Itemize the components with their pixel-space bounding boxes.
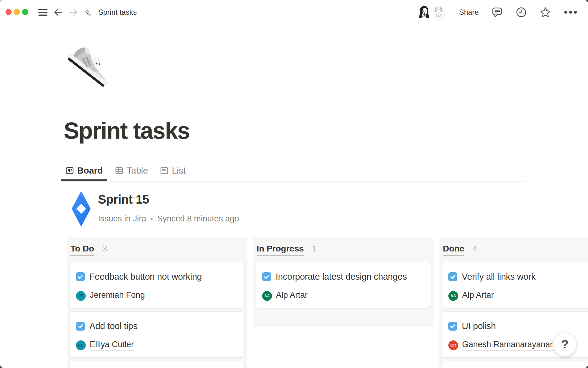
tab-table[interactable]: Table bbox=[111, 164, 152, 181]
task-checkbox[interactable] bbox=[448, 322, 457, 331]
task-title-row: Verify all links work bbox=[448, 270, 588, 284]
collaborator-avatars[interactable] bbox=[417, 4, 446, 21]
assignee-avatar: JF bbox=[76, 291, 86, 301]
back-arrow-icon bbox=[54, 8, 63, 17]
assignee-avatar: GR bbox=[448, 340, 458, 350]
task-title: Feedback button not working bbox=[89, 272, 202, 282]
close-button[interactable] bbox=[6, 9, 12, 15]
task-title-row: UI polish bbox=[448, 319, 588, 333]
help-button[interactable]: ? bbox=[553, 333, 577, 356]
assignee-name[interactable]: Alp Artar bbox=[462, 290, 494, 301]
assignee-name[interactable]: Alp Artar bbox=[276, 290, 308, 301]
list-view-icon bbox=[160, 167, 168, 175]
star-icon bbox=[540, 7, 551, 18]
task-title: Verify all links work bbox=[462, 272, 536, 282]
task-card[interactable]: Verify all links work AA Alp Artar bbox=[442, 262, 588, 308]
task-title: UI polish bbox=[462, 321, 496, 331]
back-button[interactable] bbox=[54, 8, 63, 17]
traffic-lights bbox=[6, 9, 28, 15]
page-title: Sprint tasks bbox=[64, 117, 190, 144]
task-card[interactable]: Add tool tips EC Elliya Cutler bbox=[70, 311, 245, 358]
tab-table-label: Table bbox=[127, 166, 148, 176]
sneaker-icon-small bbox=[84, 7, 94, 17]
avatar-collaborator-1 bbox=[417, 4, 433, 20]
task-card-partial[interactable] bbox=[70, 361, 245, 368]
favorite-button[interactable] bbox=[540, 7, 551, 18]
column-count: 4 bbox=[473, 244, 477, 254]
nav-cluster: Sprint tasks bbox=[38, 0, 137, 25]
page-icon-sneaker[interactable] bbox=[65, 36, 121, 91]
comments-button[interactable] bbox=[492, 7, 503, 18]
task-title-row: Add tool tips bbox=[76, 319, 238, 333]
sneaker-icon-large bbox=[65, 36, 121, 91]
collection-title[interactable]: Sprint 15 bbox=[98, 193, 149, 206]
task-checkbox[interactable] bbox=[448, 272, 457, 281]
person-sketch-icon bbox=[432, 6, 446, 20]
assignee-name[interactable]: Elliya Cutler bbox=[90, 340, 134, 351]
toolbar-right: Share bbox=[417, 0, 577, 25]
toolbar: Sprint tasks bbox=[0, 0, 588, 25]
assignee-name[interactable]: Jeremiah Fong bbox=[90, 290, 145, 301]
view-tabs: Board Table List bbox=[61, 164, 190, 181]
collection-synced: Synced 8 minutes ago bbox=[157, 214, 239, 224]
breadcrumb-page-icon bbox=[84, 7, 94, 17]
meta-separator: • bbox=[151, 215, 153, 223]
tab-board[interactable]: Board bbox=[61, 164, 107, 181]
avatar-collaborator-2 bbox=[432, 6, 446, 20]
task-assignee: AA Alp Artar bbox=[262, 290, 424, 301]
ellipsis-icon bbox=[564, 11, 577, 14]
breadcrumb[interactable]: Sprint tasks bbox=[98, 8, 137, 17]
task-card[interactable]: Feedback button not working JF Jeremiah … bbox=[70, 262, 245, 308]
clock-icon bbox=[516, 7, 527, 18]
task-title: Incorporate latest design changes bbox=[276, 272, 407, 282]
table-view-icon bbox=[115, 167, 123, 175]
kanban-board: To Do 3 Feedback button not working JF J… bbox=[67, 237, 588, 368]
board-view-icon bbox=[66, 167, 74, 175]
tab-board-label: Board bbox=[77, 166, 103, 176]
task-assignee: EC Elliya Cutler bbox=[76, 340, 238, 351]
tabs-divider bbox=[61, 181, 524, 182]
jira-logo-icon bbox=[71, 191, 91, 227]
column-name[interactable]: To Do bbox=[70, 244, 94, 256]
task-title-row: Feedback button not working bbox=[76, 270, 238, 284]
assignee-avatar: AA bbox=[448, 291, 458, 301]
more-button[interactable] bbox=[564, 11, 577, 14]
collection-source[interactable]: Issues in Jira bbox=[98, 214, 146, 224]
person-sketch-icon bbox=[417, 4, 433, 20]
zoom-button[interactable] bbox=[22, 9, 28, 15]
task-assignee: AA Alp Artar bbox=[448, 290, 588, 301]
task-checkbox[interactable] bbox=[262, 272, 271, 281]
share-button[interactable]: Share bbox=[459, 8, 479, 17]
forward-button[interactable] bbox=[69, 8, 78, 17]
task-title-row: Incorporate latest design changes bbox=[262, 270, 424, 284]
column-header: In Progress 1 bbox=[256, 244, 431, 256]
tab-list-label: List bbox=[172, 166, 186, 176]
assignee-avatar: EC bbox=[76, 340, 86, 350]
task-card[interactable]: Incorporate latest design changes AA Alp… bbox=[256, 262, 431, 308]
tab-list[interactable]: List bbox=[156, 164, 190, 181]
task-title: Add tool tips bbox=[89, 321, 138, 331]
task-assignee: JF Jeremiah Fong bbox=[76, 290, 238, 301]
minimize-button[interactable] bbox=[14, 9, 20, 15]
assignee-name[interactable]: Ganesh Ramanarayanan bbox=[462, 340, 555, 351]
task-checkbox[interactable] bbox=[76, 322, 85, 331]
jira-diamond-icon bbox=[71, 191, 91, 227]
updates-button[interactable] bbox=[516, 7, 527, 18]
notion-window: Sprint tasks bbox=[0, 0, 588, 368]
column-in-progress: In Progress 1 Incorporate latest design … bbox=[253, 237, 434, 327]
column-count: 1 bbox=[312, 244, 317, 254]
collection-meta: Issues in Jira • Synced 8 minutes ago bbox=[98, 214, 239, 224]
column-name[interactable]: Done bbox=[443, 244, 464, 256]
column-count: 3 bbox=[102, 244, 107, 254]
column-to-do: To Do 3 Feedback button not working JF J… bbox=[67, 237, 247, 368]
sidebar-menu-icon[interactable] bbox=[38, 9, 47, 16]
assignee-avatar: AA bbox=[262, 291, 272, 301]
task-card-partial[interactable] bbox=[442, 361, 588, 368]
column-header: Done 4 bbox=[442, 244, 588, 256]
forward-arrow-icon bbox=[69, 8, 78, 17]
task-checkbox[interactable] bbox=[76, 272, 85, 281]
hamburger-icon bbox=[38, 9, 47, 16]
comment-bubble-icon bbox=[492, 7, 503, 18]
column-name[interactable]: In Progress bbox=[257, 244, 304, 256]
column-header: To Do 3 bbox=[70, 244, 245, 256]
